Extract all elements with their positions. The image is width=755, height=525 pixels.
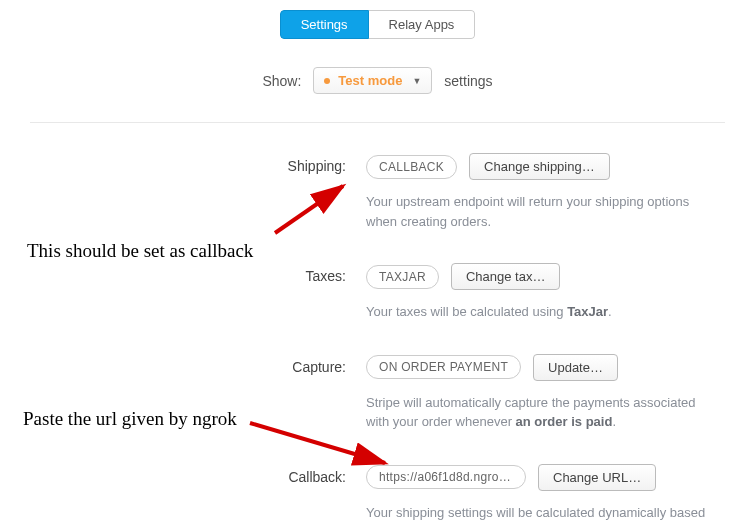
setting-callback: Callback: https://a06f1d8d.ngrok.io/… Ch… xyxy=(30,464,725,526)
divider xyxy=(30,122,725,123)
annotation-callback-note: This should be set as callback xyxy=(27,240,253,262)
taxes-label: Taxes: xyxy=(30,263,366,284)
callback-label: Callback: xyxy=(30,464,366,485)
capture-help: Stripe will automatically capture the pa… xyxy=(366,393,706,432)
capture-pill: ON ORDER PAYMENT xyxy=(366,355,521,379)
taxes-pill: TAXJAR xyxy=(366,265,439,289)
change-url-button[interactable]: Change URL… xyxy=(538,464,656,491)
status-dot-icon xyxy=(324,78,330,84)
annotation-ngrok-note: Paste the url given by ngrok xyxy=(23,408,237,430)
change-shipping-button[interactable]: Change shipping… xyxy=(469,153,610,180)
shipping-label: Shipping: xyxy=(30,153,366,174)
update-capture-button[interactable]: Update… xyxy=(533,354,618,381)
show-suffix: settings xyxy=(444,73,492,89)
tab-relay-apps[interactable]: Relay Apps xyxy=(369,10,476,39)
setting-shipping: Shipping: CALLBACK Change shipping… Your… xyxy=(30,153,725,231)
tabs-row: Settings Relay Apps xyxy=(30,10,725,39)
capture-label: Capture: xyxy=(30,354,366,375)
callback-pill: https://a06f1d8d.ngrok.io/… xyxy=(366,465,526,489)
mode-selected: Test mode xyxy=(338,73,402,88)
show-row: Show: Test mode ▼ settings xyxy=(30,67,725,94)
setting-taxes: Taxes: TAXJAR Change tax… Your taxes wil… xyxy=(30,263,725,322)
callback-help: Your shipping settings will be calculate… xyxy=(366,503,706,526)
show-label: Show: xyxy=(262,73,301,89)
chevron-down-icon: ▼ xyxy=(412,76,421,86)
tabs-group: Settings Relay Apps xyxy=(280,10,476,39)
tab-settings[interactable]: Settings xyxy=(280,10,369,39)
change-tax-button[interactable]: Change tax… xyxy=(451,263,561,290)
shipping-help: Your upstream endpoint will return your … xyxy=(366,192,706,231)
mode-dropdown[interactable]: Test mode ▼ xyxy=(313,67,432,94)
shipping-pill: CALLBACK xyxy=(366,155,457,179)
taxes-help: Your taxes will be calculated using TaxJ… xyxy=(366,302,706,322)
